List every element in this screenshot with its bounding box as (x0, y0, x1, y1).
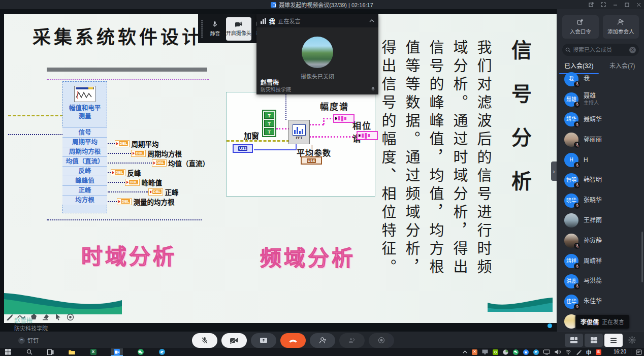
add-participant-button[interactable]: 添加参会人 (603, 15, 639, 39)
share-screen-button[interactable] (251, 333, 276, 348)
dingtalk-label[interactable]: 钉钉 (18, 336, 39, 344)
slide-title: 采集系统软件设计 (33, 22, 203, 49)
participant-row[interactable]: 我 我 (557, 69, 644, 89)
output-label: 均值（直流） (168, 158, 209, 168)
share-control-toolbar[interactable]: 静音 开启摄像头 新共享 (198, 14, 263, 43)
excel-icon[interactable]: X (89, 348, 97, 356)
vi-output-indicators: DBL 周期平均 DBL 周期均方根 (108, 139, 209, 206)
participant-avatar: 佳华 (564, 295, 578, 309)
participant-row[interactable]: 靖祥 周靖祥 (557, 251, 644, 271)
tray-wechat-icon[interactable] (513, 349, 519, 355)
amplitude-spectrum-indicator (333, 114, 355, 123)
settings-gear-icon[interactable] (628, 336, 636, 344)
labview-time-domain-diagram: 幅值和电平 测量 信号周期平均周期均方根均值（直流）反峰峰峰值正峰均方根 DB (47, 66, 210, 226)
participant-row[interactable]: 郭丽丽 (557, 130, 644, 150)
leave-meeting-button[interactable] (280, 333, 306, 348)
participant-row[interactable]: 李俊儒 李俊儒正在发言 (557, 312, 644, 332)
meeting-lock-icon (271, 2, 276, 8)
tray-pie-icon[interactable] (503, 349, 508, 355)
pen-input-icon[interactable] (576, 349, 582, 355)
shared-screen-area: 采集系统软件设计 幅值和电平 测量 (0, 9, 557, 332)
vi-terminal-label: 周期平均 (62, 137, 107, 147)
tray-app-orange-icon[interactable]: ✕ (472, 349, 477, 355)
reaction-icon (348, 337, 356, 344)
speaking-status: 正在发言 (278, 17, 366, 25)
mic-muted-badge (574, 162, 580, 168)
pink-wire (309, 136, 358, 138)
tray-display-icon[interactable] (482, 349, 488, 354)
close-icon[interactable] (636, 3, 641, 7)
interaction-button[interactable] (339, 333, 365, 348)
sogou-icon[interactable]: S (596, 349, 601, 355)
action-center-icon[interactable] (636, 349, 642, 355)
fullscreen-icon[interactable] (601, 2, 606, 7)
camera-slash-icon (230, 337, 239, 344)
participant-row[interactable]: 晓华 张晓华 (557, 190, 644, 211)
mic-muted-badge (574, 304, 580, 310)
avatar (302, 37, 333, 68)
gallery-view-button[interactable] (585, 334, 603, 347)
participant-avatar (564, 234, 578, 248)
scrollbar-thumb[interactable] (641, 232, 643, 282)
floating-video-window[interactable]: 我 正在发言 摄像头已关闭 赵雪梅 防灾科技学院 (256, 14, 378, 94)
blue-wire (254, 149, 297, 150)
participant-row[interactable]: 孙寅静 (557, 231, 644, 251)
maximize-icon[interactable] (625, 3, 629, 7)
record-button[interactable] (369, 333, 394, 348)
output-label: 正峰 (165, 187, 178, 197)
participant-row[interactable]: 佳华 朱佳华 (557, 292, 644, 312)
popout-icon[interactable] (589, 2, 594, 7)
wifi-icon[interactable] (565, 350, 571, 354)
taskbar-clock[interactable]: 16:20 (606, 349, 626, 354)
participants-button[interactable] (310, 333, 335, 348)
meeting-app-icon[interactable] (111, 348, 123, 356)
list-view-button[interactable] (604, 334, 623, 347)
volume-icon[interactable] (555, 349, 561, 354)
open-camera-button[interactable]: 开启摄像头 (226, 17, 251, 41)
search-box[interactable]: ✕ (562, 44, 639, 56)
camera-off-button[interactable] (221, 333, 247, 348)
video-window-header[interactable]: 我 正在发言 (256, 14, 378, 27)
speaker-view-button[interactable] (565, 334, 583, 347)
meeting-code-button[interactable]: 入会口令 (562, 15, 599, 39)
sidebar-collapse-handle[interactable]: › (551, 161, 557, 181)
participant-row[interactable]: 王祥雨 (557, 211, 644, 231)
mute-button[interactable]: 静音 (207, 17, 223, 41)
clear-search-icon[interactable]: ✕ (629, 47, 636, 53)
nvidia-icon[interactable] (493, 349, 498, 355)
mic-muted-button[interactable] (192, 333, 217, 348)
drag-handle[interactable] (201, 20, 203, 38)
participant-row[interactable]: 洪蕊 马洪蕊 (557, 271, 644, 292)
participant-name: 王祥雨 (584, 217, 602, 224)
start-button[interactable] (4, 348, 12, 356)
tray-monitor-icon[interactable] (543, 349, 550, 354)
participant-row[interactable]: 智明 韩智明 (557, 170, 644, 190)
u32-control-chip: U32 (233, 144, 253, 153)
titlebar[interactable]: 聂雄发起的视频会议(32/39) | 02:16:17 (0, 0, 644, 9)
tray-divider (631, 349, 631, 355)
ime-indicator[interactable]: 中 (586, 348, 591, 356)
tray-expand-chevron[interactable] (463, 350, 467, 353)
collapse-chevron-icon[interactable] (369, 19, 374, 22)
window-title: 聂雄发起的视频会议(32/39) | 02:16:17 (279, 1, 373, 9)
tile-user-org: 防灾科技学院 (261, 85, 291, 93)
minimize-icon[interactable] (613, 3, 618, 7)
taskbar-search-icon[interactable] (25, 348, 33, 356)
speaking-tooltip: 李俊儒正在发言 (575, 315, 629, 329)
floating-ball-indicator[interactable] (548, 323, 552, 328)
fft-vi-block: FFT (288, 120, 310, 144)
participant-row[interactable]: 靖华 聂靖华 (557, 110, 644, 130)
wechat-icon[interactable] (137, 348, 144, 356)
tray-bird-icon[interactable] (533, 349, 539, 355)
navy-wire-in (8, 134, 63, 135)
participant-row[interactable]: 聂雄 聂雄 主持人 (557, 89, 644, 110)
task-view-icon[interactable] (47, 348, 54, 356)
dotted-wire (108, 201, 117, 202)
bluebird-app-icon[interactable] (158, 348, 166, 356)
participant-name: 马洪蕊 (584, 277, 602, 285)
file-explorer-icon[interactable] (68, 348, 76, 356)
search-input[interactable] (573, 47, 627, 53)
purple-wire (47, 79, 209, 80)
participant-row[interactable]: H H (557, 150, 644, 170)
tray-star-icon[interactable] (523, 349, 529, 355)
